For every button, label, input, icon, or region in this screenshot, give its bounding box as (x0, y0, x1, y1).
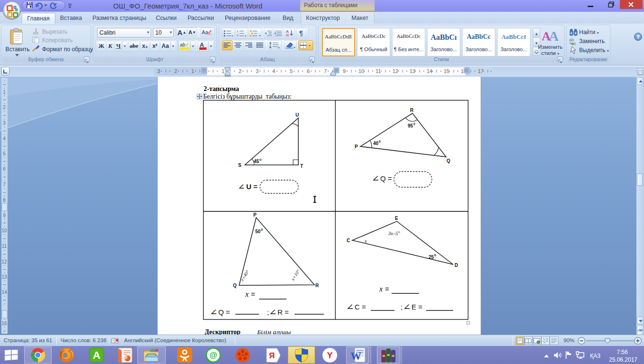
svg-text:Q: Q (447, 158, 450, 164)
svg-text:2-тапсырма: 2-тапсырма (204, 85, 239, 92)
svg-text:U: U (295, 112, 299, 118)
svg-text:x+40°: x+40° (239, 269, 250, 282)
svg-text:0: 0 (379, 140, 381, 143)
svg-text:15: 15 (444, 68, 449, 74)
svg-text:E =: E = (411, 303, 422, 311)
svg-text:R: R (315, 283, 319, 288)
svg-text:x: x (364, 238, 367, 244)
svg-text:;: ; (401, 303, 402, 311)
svg-text:12: 12 (393, 68, 398, 74)
svg-text:1: 1 (222, 68, 224, 74)
svg-text:o: o (259, 158, 261, 161)
svg-text:1: 1 (237, 30, 239, 33)
svg-text:6: 6 (307, 68, 310, 74)
svg-text:2: 2 (239, 68, 242, 74)
svg-text:А: А (200, 42, 204, 48)
svg-text:R: R (410, 108, 414, 113)
svg-text:9: 9 (343, 68, 346, 74)
svg-text:;: ; (267, 308, 269, 316)
svg-text:Q =: Q = (218, 308, 230, 316)
svg-text:x+10°: x+10° (290, 269, 301, 282)
svg-text:Я: Я (286, 33, 289, 36)
svg-text:P: P (355, 144, 358, 149)
svg-text:=: = (251, 290, 255, 298)
svg-text:C: C (347, 238, 350, 243)
svg-text:7: 7 (324, 68, 327, 74)
svg-text:S: S (238, 163, 242, 168)
svg-text:14: 14 (427, 68, 432, 74)
svg-text:25: 25 (429, 255, 434, 260)
svg-text:0: 0 (434, 254, 436, 257)
svg-text:50: 50 (255, 229, 261, 234)
svg-text:D: D (455, 263, 458, 268)
svg-text:17: 17 (478, 68, 483, 74)
svg-text:Q: Q (233, 283, 237, 288)
svg-text:13: 13 (410, 68, 415, 74)
svg-text:95: 95 (408, 123, 413, 128)
svg-text:Q =: Q = (380, 174, 392, 182)
svg-text:2: 2 (174, 68, 177, 74)
svg-text:=: = (385, 285, 389, 293)
svg-text:Белгісіз бұрыштарды табыңыз:: Белгісіз бұрыштарды табыңыз: (203, 93, 292, 100)
svg-text:10: 10 (358, 68, 364, 74)
svg-text:U =: U = (246, 182, 258, 191)
svg-text:Білім алушы: Білім алушы (257, 328, 291, 335)
svg-text:Дескриптор: Дескриптор (205, 328, 241, 335)
svg-text:3: 3 (256, 68, 259, 74)
svg-text:3: 3 (157, 68, 160, 74)
svg-text:T: T (300, 164, 303, 169)
svg-text:0: 0 (413, 122, 415, 126)
svg-text:11: 11 (376, 68, 381, 74)
svg-text:40: 40 (373, 141, 379, 146)
svg-text:1: 1 (191, 68, 194, 74)
svg-text:E: E (395, 216, 398, 221)
svg-text:5: 5 (290, 68, 293, 74)
svg-text:R =: R = (277, 308, 289, 316)
svg-text:ab: ab (180, 42, 186, 47)
svg-text:0: 0 (261, 228, 263, 231)
svg-text:A: A (549, 28, 559, 43)
svg-text:C =: C = (355, 303, 366, 311)
svg-text:x: x (245, 290, 249, 298)
svg-text:45: 45 (254, 159, 259, 164)
svg-text:4: 4 (272, 68, 275, 74)
svg-text:x: x (379, 285, 383, 293)
svg-text:3x–5°: 3x–5° (388, 231, 400, 236)
svg-text:2: 2 (237, 34, 239, 36)
svg-text:P: P (253, 212, 257, 218)
